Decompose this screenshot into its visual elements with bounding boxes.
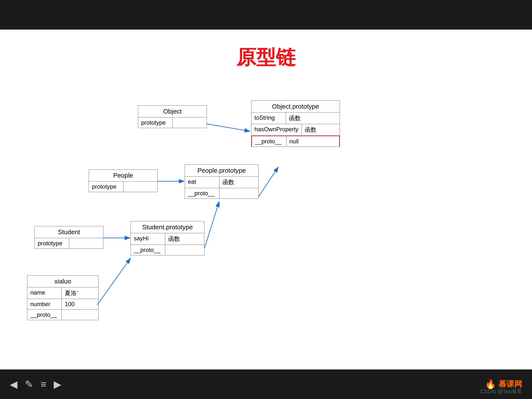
object-prototype-box: Object.prototype toString 函数 hasOwnPrope… [251,100,340,147]
xialuo-title: xialuo [27,276,98,287]
xl-cell-number-value: 100 [62,299,91,309]
student-prototype-title: Student.prototype [131,221,204,233]
sp-row-proto: __proto__ [131,245,204,255]
student-title: Student [35,226,103,238]
sp-cell-sayhi-label: sayHi [131,233,165,245]
xl-cell-name-value: 夏洛' [62,287,91,299]
page-title: 原型链 [0,30,532,81]
op-cell-tostring-value: 函数 [286,113,316,124]
xl-row-name: name 夏洛' [27,287,98,299]
student-box: Student prototype [34,226,103,249]
people-box: People prototype [89,169,158,192]
sp-row-sayhi: sayHi 函数 [131,233,204,245]
watermark: CSDN @Tan海军 [480,388,522,395]
pp-row-proto: __proto__ [185,188,258,199]
object-title: Object [138,106,207,117]
people-title: People [89,170,157,182]
nav-icons: ◀ ✎ ≡ ▶ [10,379,61,390]
op-row-proto: __proto__ null [251,136,340,147]
op-row-hasown: hasOwnProperty 函数 [251,124,340,136]
object-cell-prototype-value [173,117,202,128]
diagram-area: Object prototype Object.prototype toStri… [0,81,532,371]
people-cell-prototype-value [123,182,153,192]
op-cell-proto-label: __proto__ [252,136,286,147]
sp-cell-sayhi-value: 函数 [165,233,195,245]
object-row-prototype: prototype [138,117,207,128]
student-prototype-box: Student.prototype sayHi 函数 __proto__ [131,221,204,255]
student-cell-prototype-label: prototype [35,238,69,249]
xialuo-box: xialuo name 夏洛' number 100 __proto__ [27,275,99,320]
people-prototype-title: People.prototype [185,165,258,177]
xl-cell-proto-value [62,310,91,320]
op-row-tostring: toString 函数 [251,113,340,124]
svg-line-6 [97,258,131,305]
xl-cell-proto-label: __proto__ [27,310,62,320]
main-content: 原型链 Object prototype Object.prototype to… [0,30,532,369]
people-row-prototype: prototype [89,182,157,192]
sp-cell-proto-label: __proto__ [131,245,165,255]
people-cell-prototype-label: prototype [89,182,123,192]
bottom-bar: ◀ ✎ ≡ ▶ 🔥 慕课网 [0,369,532,399]
pp-cell-proto-value [219,188,249,199]
people-prototype-box: People.prototype eat 函数 __proto__ [185,165,259,199]
pp-cell-eat-value: 函数 [219,177,249,188]
forward-button[interactable]: ▶ [54,379,61,390]
svg-line-3 [259,167,278,197]
object-cell-prototype-label: prototype [138,117,173,128]
xl-cell-name-label: name [27,287,62,299]
sp-cell-proto-value [165,245,195,255]
op-cell-hasown-value: 函数 [302,124,331,135]
svg-line-1 [207,124,250,131]
pp-cell-eat-label: eat [185,177,219,188]
object-box: Object prototype [138,105,207,128]
pp-row-eat: eat 函数 [185,177,258,188]
svg-line-5 [204,201,219,248]
student-row-prototype: prototype [35,238,103,249]
back-button[interactable]: ◀ [10,379,17,390]
pp-cell-proto-label: __proto__ [185,188,219,199]
object-prototype-title: Object.prototype [251,101,340,113]
xl-row-proto: __proto__ [27,310,98,320]
student-cell-prototype-value [69,238,99,249]
edit-button[interactable]: ✎ [25,379,33,390]
menu-button[interactable]: ≡ [41,379,46,390]
xl-row-number: number 100 [27,299,98,310]
xl-cell-number-label: number [27,299,62,309]
op-cell-hasown-label: hasOwnProperty [251,124,302,135]
op-cell-tostring-label: toString [251,113,286,124]
op-cell-proto-value: null [286,136,316,147]
